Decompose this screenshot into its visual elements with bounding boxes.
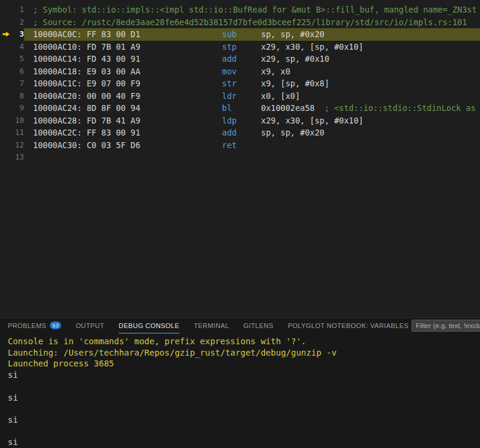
instruction-mnemonic: mov	[222, 65, 261, 78]
glyph-margin[interactable]	[0, 16, 12, 29]
tab-output[interactable]: OUTPUT	[76, 318, 104, 333]
console-message: Console is in 'commands' mode, prefix ex…	[8, 336, 480, 347]
editor-line-8[interactable]: 810000AC20: 00 00 40 F9ldrx0, [x0]	[0, 90, 480, 103]
tab-polyglot-notebook-variables[interactable]: POLYGLOT NOTEBOOK: VARIABLES	[288, 318, 409, 333]
console-input-echo: si	[8, 369, 480, 381]
line-number: 7	[12, 77, 24, 90]
glyph-margin[interactable]	[0, 151, 12, 164]
debug-console-output[interactable]: Console is in 'commands' mode, prefix ex…	[0, 333, 480, 448]
glyph-margin[interactable]	[0, 4, 12, 16]
panel-tab-bar: PROBLEMS53OUTPUTDEBUG CONSOLETERMINALGIT…	[0, 318, 480, 333]
current-instruction-pointer	[2, 30, 10, 38]
instruction-mnemonic: ret	[222, 139, 261, 152]
console-filter-input[interactable]	[412, 320, 480, 332]
glyph-margin[interactable]	[0, 28, 12, 41]
instruction-operands: x29, x30, [sp, #0x10]	[261, 115, 364, 127]
instruction-operands: x29, sp, #0x10	[261, 53, 329, 65]
instruction-address-bytes: 10000AC2C: FF 83 00 91	[33, 127, 222, 139]
glyph-margin[interactable]	[0, 115, 12, 127]
line-content: 10000AC2C: FF 83 00 91addsp, sp, #0x20	[24, 127, 480, 139]
line-content: 10000AC20: 00 00 40 F9ldrx0, [x0]	[24, 90, 480, 103]
disassembly-editor[interactable]: 1; Symbol: std::io::impls::<impl std::io…	[0, 0, 480, 317]
instruction-comment: ; <std::io::stdio::StdinLock as s	[314, 102, 480, 115]
editor-line-1[interactable]: 1; Symbol: std::io::impls::<impl std::io…	[0, 4, 480, 16]
tab-gitlens[interactable]: GITLENS	[244, 318, 274, 333]
console-input-echo	[8, 381, 480, 392]
tab-label: OUTPUT	[76, 322, 104, 329]
instruction-mnemonic: add	[222, 127, 261, 139]
tab-label: TERMINAL	[194, 322, 229, 329]
console-input-echo: si	[8, 392, 480, 404]
console-message: Launched process 3685	[8, 358, 480, 369]
instruction-operands: sp, sp, #0x20	[261, 127, 325, 139]
line-content: 10000AC10: FD 7B 01 A9stpx29, x30, [sp, …	[24, 41, 480, 53]
line-number: 12	[12, 139, 24, 152]
instruction-mnemonic: add	[222, 53, 261, 65]
glyph-margin[interactable]	[0, 139, 12, 152]
glyph-margin[interactable]	[0, 65, 12, 78]
editor-line-10[interactable]: 1010000AC28: FD 7B 41 A9ldpx29, x30, [sp…	[0, 115, 480, 127]
line-content: 10000AC0C: FF 83 00 D1subsp, sp, #0x20	[24, 28, 480, 41]
instruction-address-bytes: 10000AC30: C0 03 5F D6	[33, 139, 222, 152]
bottom-panel: PROBLEMS53OUTPUTDEBUG CONSOLETERMINALGIT…	[0, 317, 480, 448]
line-content: 10000AC14: FD 43 00 91addx29, sp, #0x10	[24, 53, 480, 65]
console-input-echo	[8, 403, 480, 414]
line-number: 10	[12, 115, 24, 127]
line-number: 8	[12, 90, 24, 103]
console-message: Launching: /Users/techhara/Repos/gzip_ru…	[8, 347, 480, 359]
glyph-margin[interactable]	[0, 53, 12, 65]
tab-label: GITLENS	[244, 322, 274, 329]
instruction-operands: 0x10002ea58	[261, 102, 314, 115]
line-number: 11	[12, 127, 24, 139]
tab-label: PROBLEMS	[8, 322, 46, 329]
assembly-comment: ; Symbol: std::io::impls::<impl std::io:…	[33, 4, 477, 16]
tab-label: DEBUG CONSOLE	[119, 322, 179, 329]
editor-line-11[interactable]: 1110000AC2C: FF 83 00 91addsp, sp, #0x20	[0, 127, 480, 139]
line-number: 1	[12, 4, 24, 16]
instruction-mnemonic: ldr	[222, 90, 261, 103]
editor-line-9[interactable]: 910000AC24: 8D 8F 00 94bl0x10002ea58 ; <…	[0, 102, 480, 115]
glyph-margin[interactable]	[0, 41, 12, 53]
editor-line-12[interactable]: 1210000AC30: C0 03 5F D6ret	[0, 139, 480, 152]
editor-line-2[interactable]: 2; Source: /rustc/8ede3aae28fe6e4d52b381…	[0, 16, 480, 29]
glyph-margin[interactable]	[0, 77, 12, 90]
tab-debug-console[interactable]: DEBUG CONSOLE	[119, 318, 179, 333]
line-content: ; Source: /rustc/8ede3aae28fe6e4d52b3815…	[24, 16, 480, 29]
glyph-margin[interactable]	[0, 102, 12, 115]
instruction-mnemonic: str	[222, 77, 261, 90]
instruction-address-bytes: 10000AC10: FD 7B 01 A9	[33, 41, 222, 53]
tab-problems[interactable]: PROBLEMS53	[8, 318, 61, 333]
tab-terminal[interactable]: TERMINAL	[194, 318, 229, 333]
editor-line-6[interactable]: 610000AC18: E9 03 00 AAmovx9, x0	[0, 65, 480, 78]
console-input-echo	[8, 426, 480, 437]
editor-line-3[interactable]: 310000AC0C: FF 83 00 D1subsp, sp, #0x20	[0, 28, 480, 41]
instruction-operands: sp, sp, #0x20	[261, 28, 325, 41]
instruction-address-bytes: 10000AC20: 00 00 40 F9	[33, 90, 222, 103]
editor-line-4[interactable]: 410000AC10: FD 7B 01 A9stpx29, x30, [sp,…	[0, 41, 480, 53]
instruction-operands: x9, [sp, #0x8]	[261, 77, 329, 90]
instruction-address-bytes: 10000AC18: E9 03 00 AA	[33, 65, 222, 78]
instruction-address-bytes: 10000AC1C: E9 07 00 F9	[33, 77, 222, 90]
editor-line-5[interactable]: 510000AC14: FD 43 00 91addx29, sp, #0x10	[0, 53, 480, 65]
console-input-echo: si	[8, 437, 480, 448]
line-content: ; Symbol: std::io::impls::<impl std::io:…	[24, 4, 480, 16]
glyph-margin[interactable]	[0, 127, 12, 139]
line-content: 10000AC18: E9 03 00 AAmovx9, x0	[24, 65, 480, 78]
instruction-operands: x9, x0	[261, 65, 290, 78]
editor-line-7[interactable]: 710000AC1C: E9 07 00 F9strx9, [sp, #0x8]	[0, 77, 480, 90]
line-number: 6	[12, 65, 24, 78]
instruction-mnemonic: stp	[222, 41, 261, 53]
line-number: 2	[12, 16, 24, 29]
line-number: 5	[12, 53, 24, 65]
line-content: 10000AC1C: E9 07 00 F9strx9, [sp, #0x8]	[24, 77, 480, 90]
line-number: 13	[12, 151, 24, 164]
instruction-address-bytes: 10000AC0C: FF 83 00 D1	[33, 28, 222, 41]
glyph-margin[interactable]	[0, 90, 12, 103]
line-content: 10000AC24: 8D 8F 00 94bl0x10002ea58 ; <s…	[24, 102, 480, 115]
instruction-mnemonic: sub	[222, 28, 261, 41]
editor-line-13[interactable]: 13	[0, 151, 480, 164]
line-content: 10000AC30: C0 03 5F D6ret	[24, 139, 480, 152]
instruction-mnemonic: bl	[222, 102, 261, 115]
problems-count-badge: 53	[50, 321, 61, 329]
current-instruction-arrow-icon	[2, 30, 10, 38]
